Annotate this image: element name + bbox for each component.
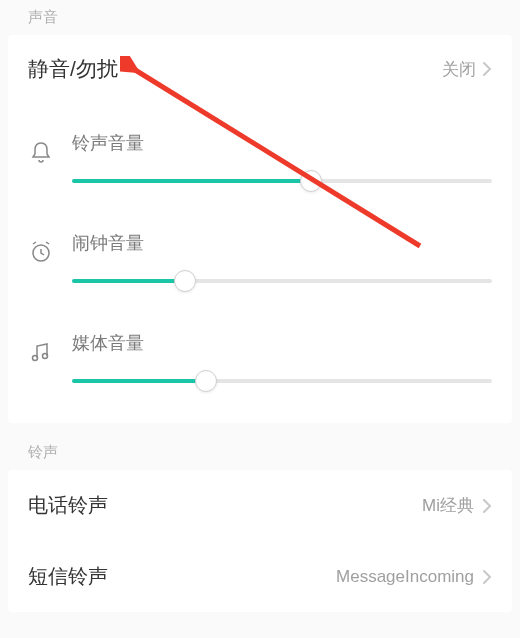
- phone-ringtone-title: 电话铃声: [28, 492, 108, 519]
- slider-fill: [72, 279, 185, 283]
- alarm-volume-row: 闹钟音量: [8, 203, 512, 303]
- phone-ringtone-value-wrap: Mi经典: [422, 494, 492, 517]
- alarm-volume-label: 闹钟音量: [72, 231, 492, 255]
- phone-ringtone-value: Mi经典: [422, 494, 474, 517]
- ringtone-volume-slider[interactable]: [72, 169, 492, 193]
- silent-dnd-value: 关闭: [442, 58, 476, 81]
- media-volume-slider[interactable]: [72, 369, 492, 393]
- ringtone-card: 电话铃声 Mi经典 短信铃声 MessageIncoming: [8, 470, 512, 612]
- chevron-right-icon: [482, 498, 492, 514]
- media-volume-row: 媒体音量: [8, 303, 512, 423]
- alarm-clock-icon: [28, 239, 54, 265]
- media-volume-label: 媒体音量: [72, 331, 492, 355]
- media-volume-body: 媒体音量: [72, 331, 492, 393]
- sms-ringtone-value-wrap: MessageIncoming: [336, 567, 492, 587]
- sound-card: 静音/勿扰 关闭 铃声音量: [8, 35, 512, 423]
- chevron-right-icon: [482, 569, 492, 585]
- slider-fill: [72, 379, 206, 383]
- slider-thumb[interactable]: [174, 270, 196, 292]
- section-gap: [0, 423, 520, 435]
- ringtone-volume-row: 铃声音量: [8, 103, 512, 203]
- ringtone-volume-body: 铃声音量: [72, 131, 492, 193]
- silent-dnd-value-wrap: 关闭: [442, 58, 492, 81]
- silent-dnd-row[interactable]: 静音/勿扰 关闭: [8, 35, 512, 103]
- sms-ringtone-row[interactable]: 短信铃声 MessageIncoming: [8, 541, 512, 612]
- svg-point-2: [43, 354, 48, 359]
- slider-thumb[interactable]: [300, 170, 322, 192]
- slider-fill: [72, 179, 311, 183]
- alarm-volume-slider[interactable]: [72, 269, 492, 293]
- section-header-sound: 声音: [0, 0, 520, 35]
- bell-icon: [28, 139, 54, 165]
- slider-thumb[interactable]: [195, 370, 217, 392]
- ringtone-volume-label: 铃声音量: [72, 131, 492, 155]
- svg-point-1: [33, 356, 38, 361]
- alarm-volume-body: 闹钟音量: [72, 231, 492, 293]
- sms-ringtone-title: 短信铃声: [28, 563, 108, 590]
- section-header-ringtone-label: 铃声: [28, 443, 58, 460]
- section-header-ringtone: 铃声: [0, 435, 520, 470]
- phone-ringtone-row[interactable]: 电话铃声 Mi经典: [8, 470, 512, 541]
- sms-ringtone-value: MessageIncoming: [336, 567, 474, 587]
- chevron-right-icon: [482, 61, 492, 77]
- silent-dnd-title: 静音/勿扰: [28, 55, 118, 83]
- music-note-icon: [28, 339, 54, 365]
- section-header-sound-label: 声音: [28, 8, 58, 25]
